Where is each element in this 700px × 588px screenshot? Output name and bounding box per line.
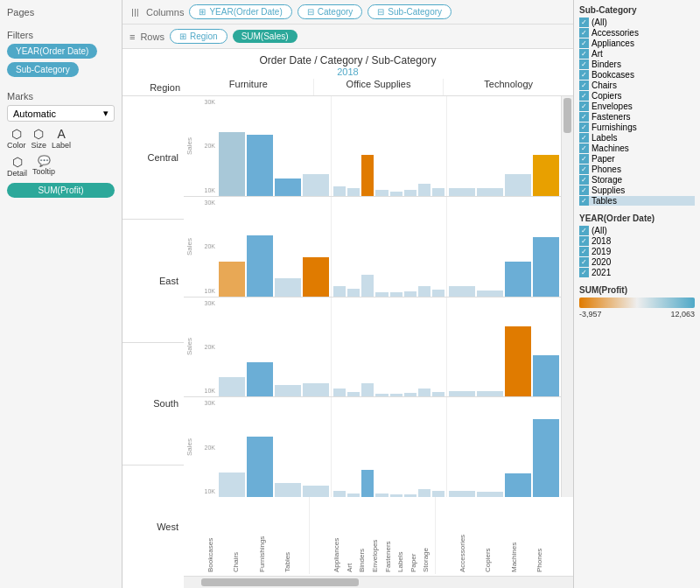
subcategory-item-5[interactable]: ✓Bookcases bbox=[579, 70, 695, 80]
subcategory-checkbox-0[interactable]: ✓ bbox=[579, 18, 589, 27]
sum-profit-button[interactable]: SUM(Profit) bbox=[7, 183, 115, 198]
subcategory-checkbox-1[interactable]: ✓ bbox=[579, 28, 589, 38]
bar-West-Technology-3[interactable] bbox=[533, 419, 559, 497]
subcategory-checkbox-7[interactable]: ✓ bbox=[579, 91, 589, 101]
subcategory-item-12[interactable]: ✓Machines bbox=[579, 144, 695, 153]
detail-mark[interactable]: ⬡ Detail bbox=[7, 155, 27, 178]
subcategory-checkbox-17[interactable]: ✓ bbox=[579, 196, 589, 206]
subcategory-item-10[interactable]: ✓Furnishings bbox=[579, 122, 695, 132]
subcategory-checkbox-2[interactable]: ✓ bbox=[579, 38, 589, 48]
bar-East-OfficeSupplies-4[interactable] bbox=[390, 292, 402, 296]
subcategory-checkbox-13[interactable]: ✓ bbox=[579, 154, 589, 164]
bar-East-OfficeSupplies-2[interactable] bbox=[361, 275, 374, 297]
label-mark[interactable]: A Label bbox=[52, 127, 71, 150]
subcategory-item-4[interactable]: ✓Binders bbox=[579, 60, 695, 69]
subcategory-checkbox-12[interactable]: ✓ bbox=[579, 144, 589, 153]
scrollbar-thumb-v[interactable] bbox=[564, 98, 571, 133]
marks-dropdown[interactable]: Automatic ▾ bbox=[7, 105, 115, 122]
bar-South-Technology-2[interactable] bbox=[505, 326, 531, 396]
bar-Central-OfficeSupplies-7[interactable] bbox=[432, 188, 444, 196]
scrollbar-horizontal[interactable] bbox=[184, 576, 573, 588]
bar-East-Furniture-1[interactable] bbox=[247, 235, 273, 296]
year-item-2[interactable]: ✓2019 bbox=[579, 247, 695, 256]
bar-South-OfficeSupplies-7[interactable] bbox=[432, 392, 444, 397]
subcategory-checkbox-9[interactable]: ✓ bbox=[579, 112, 589, 122]
bar-South-OfficeSupplies-4[interactable] bbox=[390, 394, 402, 396]
scrollbar-thumb-h[interactable] bbox=[201, 578, 359, 586]
subcategory-checkbox-5[interactable]: ✓ bbox=[579, 70, 589, 80]
year-item-1[interactable]: ✓2018 bbox=[579, 236, 695, 246]
subcategory-item-9[interactable]: ✓Fasteners bbox=[579, 112, 695, 122]
subcategory-item-1[interactable]: ✓Accessories bbox=[579, 28, 695, 38]
bar-East-Technology-2[interactable] bbox=[505, 262, 531, 296]
bar-West-Technology-2[interactable] bbox=[505, 473, 531, 497]
subcategory-item-17[interactable]: ✓Tables bbox=[579, 196, 695, 206]
bar-West-Furniture-2[interactable] bbox=[275, 483, 301, 497]
tooltip-mark[interactable]: 💬 Tooltip bbox=[32, 155, 55, 178]
subcategory-checkbox-14[interactable]: ✓ bbox=[579, 164, 589, 174]
bar-Central-OfficeSupplies-0[interactable] bbox=[333, 186, 346, 196]
bar-West-OfficeSupplies-0[interactable] bbox=[333, 491, 346, 497]
bar-East-OfficeSupplies-1[interactable] bbox=[347, 289, 360, 297]
scrollbar-vertical[interactable] bbox=[561, 96, 573, 497]
bar-West-Furniture-1[interactable] bbox=[247, 437, 273, 497]
subcategory-item-2[interactable]: ✓Appliances bbox=[579, 38, 695, 48]
subcategory-item-16[interactable]: ✓Supplies bbox=[579, 186, 695, 195]
bar-South-OfficeSupplies-6[interactable] bbox=[418, 388, 430, 396]
bar-Central-Furniture-3[interactable] bbox=[303, 174, 329, 196]
subcategory-checkbox-16[interactable]: ✓ bbox=[579, 186, 589, 195]
bar-Central-OfficeSupplies-5[interactable] bbox=[404, 190, 416, 196]
filter-subcategory[interactable]: Sub-Category bbox=[7, 62, 79, 77]
bar-Central-OfficeSupplies-2[interactable] bbox=[361, 155, 374, 196]
bar-Central-Furniture-1[interactable] bbox=[247, 135, 273, 195]
year-item-3[interactable]: ✓2020 bbox=[579, 257, 695, 267]
bar-South-OfficeSupplies-5[interactable] bbox=[404, 393, 416, 396]
bar-East-OfficeSupplies-7[interactable] bbox=[432, 290, 444, 297]
pill-region[interactable]: ⊞ Region bbox=[170, 29, 228, 44]
filter-year[interactable]: YEAR(Order Date) bbox=[7, 44, 97, 59]
bar-West-OfficeSupplies-6[interactable] bbox=[418, 489, 430, 497]
subcategory-checkbox-4[interactable]: ✓ bbox=[579, 60, 589, 69]
bar-South-OfficeSupplies-0[interactable] bbox=[333, 388, 346, 396]
bar-West-Technology-0[interactable] bbox=[449, 491, 475, 497]
pill-sumsales[interactable]: SUM(Sales) bbox=[233, 30, 298, 43]
bar-South-Technology-0[interactable] bbox=[449, 391, 475, 397]
bar-Central-Technology-2[interactable] bbox=[505, 174, 531, 196]
bar-Central-Furniture-0[interactable] bbox=[219, 132, 245, 196]
year-item-0[interactable]: ✓(All) bbox=[579, 226, 695, 235]
subcategory-item-3[interactable]: ✓Art bbox=[579, 49, 695, 59]
bar-Central-OfficeSupplies-3[interactable] bbox=[375, 190, 388, 196]
subcategory-checkbox-15[interactable]: ✓ bbox=[579, 175, 589, 185]
bar-South-Technology-3[interactable] bbox=[533, 355, 559, 396]
bar-Central-OfficeSupplies-4[interactable] bbox=[390, 192, 402, 195]
subcategory-item-8[interactable]: ✓Envelopes bbox=[579, 102, 695, 111]
bar-East-OfficeSupplies-3[interactable] bbox=[375, 292, 388, 296]
bar-South-OfficeSupplies-3[interactable] bbox=[375, 394, 388, 396]
subcategory-item-15[interactable]: ✓Storage bbox=[579, 175, 695, 185]
bar-East-OfficeSupplies-5[interactable] bbox=[404, 291, 416, 297]
bar-West-OfficeSupplies-2[interactable] bbox=[361, 470, 374, 497]
bar-South-OfficeSupplies-1[interactable] bbox=[347, 392, 360, 397]
pill-year[interactable]: ⊞ YEAR(Order Date) bbox=[189, 4, 291, 19]
bar-Central-Technology-0[interactable] bbox=[449, 188, 475, 196]
bar-South-Furniture-2[interactable] bbox=[275, 385, 301, 396]
subcategory-checkbox-8[interactable]: ✓ bbox=[579, 102, 589, 111]
bar-East-Technology-0[interactable] bbox=[449, 286, 475, 296]
bar-East-Technology-3[interactable] bbox=[533, 237, 559, 296]
color-mark[interactable]: ⬡ Color bbox=[7, 127, 26, 150]
bar-South-Furniture-1[interactable] bbox=[247, 362, 273, 396]
bar-East-OfficeSupplies-0[interactable] bbox=[333, 286, 346, 296]
bar-East-OfficeSupplies-6[interactable] bbox=[418, 286, 430, 296]
size-mark[interactable]: ⬡ Size bbox=[32, 127, 47, 150]
bar-Central-OfficeSupplies-6[interactable] bbox=[418, 184, 430, 195]
bar-West-Furniture-3[interactable] bbox=[303, 486, 329, 497]
bar-Central-OfficeSupplies-1[interactable] bbox=[347, 188, 360, 196]
bar-South-Furniture-3[interactable] bbox=[303, 383, 329, 397]
subcategory-item-13[interactable]: ✓Paper bbox=[579, 154, 695, 164]
year-checkbox-2[interactable]: ✓ bbox=[579, 247, 589, 256]
bar-Central-Technology-1[interactable] bbox=[477, 188, 503, 196]
bar-West-Furniture-0[interactable] bbox=[219, 472, 245, 497]
bar-South-Technology-1[interactable] bbox=[477, 391, 503, 397]
bar-East-Furniture-3[interactable] bbox=[303, 257, 329, 297]
subcategory-item-6[interactable]: ✓Chairs bbox=[579, 80, 695, 90]
